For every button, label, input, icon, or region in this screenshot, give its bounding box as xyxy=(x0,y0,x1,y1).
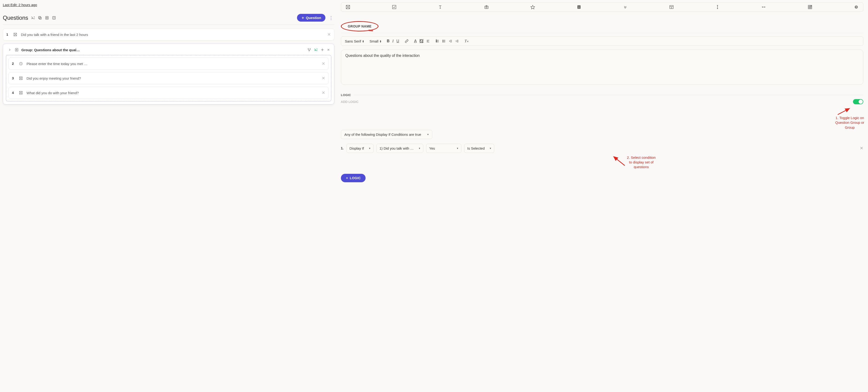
branch-icon[interactable] xyxy=(307,48,311,52)
condition-type-select[interactable]: Display If ▾ xyxy=(346,144,374,153)
more-menu-icon[interactable]: ⋮ xyxy=(328,15,334,21)
svg-point-70 xyxy=(442,41,443,41)
condition-value-value: Yes xyxy=(429,146,435,150)
close-icon[interactable]: ✕ xyxy=(860,146,863,151)
condition-mode-select[interactable]: Any of the following Display If Conditio… xyxy=(341,130,432,139)
question-text: Did you talk with a friend in the last 2… xyxy=(21,33,324,37)
chevron-right-icon[interactable] xyxy=(7,48,12,52)
caret-down-icon: ▾ xyxy=(490,147,491,150)
close-icon[interactable]: ✕ xyxy=(327,48,330,52)
italic-icon[interactable]: I xyxy=(392,39,394,43)
checkbox-type-icon xyxy=(13,32,18,37)
sort-icon: ▴▾ xyxy=(363,40,364,42)
font-size-value: Small xyxy=(370,39,378,43)
link-icon[interactable] xyxy=(405,39,408,43)
caret-down-icon: ▾ xyxy=(369,147,371,150)
condition-value-select[interactable]: Yes ▾ xyxy=(426,144,461,153)
svg-rect-32 xyxy=(392,5,396,9)
svg-point-71 xyxy=(442,42,443,42)
svg-point-19 xyxy=(309,50,309,51)
plus-icon[interactable] xyxy=(320,48,324,52)
caret-down-icon: ▾ xyxy=(427,133,429,136)
last-edit-link[interactable]: Last Edit: 2 hours ago xyxy=(3,3,37,7)
text-type-icon[interactable] xyxy=(438,4,443,10)
close-icon[interactable]: ✕ xyxy=(327,32,331,37)
add-question-label: Question xyxy=(306,16,321,20)
ordered-list-icon[interactable]: 123 xyxy=(436,39,439,43)
svg-point-17 xyxy=(308,49,309,49)
question-number: 4 xyxy=(12,91,15,95)
svg-line-78 xyxy=(838,109,849,115)
list-icon[interactable] xyxy=(44,16,49,20)
connector-icon[interactable] xyxy=(761,4,766,10)
question-item[interactable]: 3 Did you enjoy meeting your friend? ✕ xyxy=(8,72,329,84)
camera-icon[interactable] xyxy=(484,4,489,10)
star-icon[interactable] xyxy=(530,4,535,10)
question-text: Did you enjoy meeting your friend? xyxy=(27,76,318,80)
arrow-icon xyxy=(835,108,852,116)
question-text: What did you do with your friend? xyxy=(27,91,318,95)
slider-vertical-icon[interactable] xyxy=(715,4,720,10)
help-icon[interactable] xyxy=(52,16,56,20)
layout-icon[interactable] xyxy=(669,4,674,10)
outdent-icon[interactable] xyxy=(449,39,453,43)
logic-toggle[interactable] xyxy=(853,99,863,104)
svg-point-18 xyxy=(310,49,310,49)
logic-section-label: LOGIC xyxy=(341,93,351,97)
copy-icon[interactable] xyxy=(37,16,42,20)
condition-question-select[interactable]: 1) Did you talk with … ▾ xyxy=(376,144,423,153)
font-family-value: Sans Serif xyxy=(345,39,361,43)
question-number: 3 xyxy=(12,76,15,80)
group-title: Group: Questions about the qual… xyxy=(21,48,305,52)
font-size-select[interactable]: Small ▴▾ xyxy=(370,39,381,43)
bullet-list-icon[interactable] xyxy=(442,39,446,43)
chevrons-down-icon[interactable] xyxy=(623,4,628,10)
font-family-select[interactable]: Sans Serif ▴▾ xyxy=(345,39,364,43)
svg-point-37 xyxy=(486,7,487,8)
condition-type-value: Display If xyxy=(350,146,364,150)
annotation-1: 1. Toggle Logic on Question Group or Gro… xyxy=(835,108,864,130)
caret-down-icon: ▾ xyxy=(419,147,420,150)
condition-row: 1. Display If ▾ 1) Did you talk with … ▾… xyxy=(341,144,863,153)
group-description-input[interactable]: Questions about the quality of the inter… xyxy=(341,50,863,85)
shuffle-icon[interactable] xyxy=(314,48,318,52)
add-logic-button[interactable]: LOGIC xyxy=(341,174,366,182)
bold-icon[interactable]: B xyxy=(387,39,390,43)
underline-icon[interactable]: U xyxy=(396,39,399,43)
svg-rect-1 xyxy=(38,17,41,19)
group-description-text: Questions about the quality of the inter… xyxy=(345,54,420,58)
condition-mode-value: Any of the following Display If Conditio… xyxy=(344,132,421,137)
condition-operator-select[interactable]: Is Selected ▾ xyxy=(464,144,494,153)
svg-marker-38 xyxy=(531,5,535,9)
indent-icon[interactable] xyxy=(455,39,459,43)
arrow-icon xyxy=(612,155,626,167)
checkbox-check-icon[interactable] xyxy=(392,4,397,10)
question-item[interactable]: 1 Did you talk with a friend in the last… xyxy=(3,28,334,41)
grid-icon[interactable] xyxy=(807,4,813,10)
align-icon[interactable] xyxy=(426,39,430,43)
question-number: 1 xyxy=(6,33,10,36)
svg-rect-40 xyxy=(579,6,579,6)
group-inner: 2 Please enter the time today you met … … xyxy=(6,55,331,101)
clock-solid-icon[interactable] xyxy=(854,4,859,10)
close-icon[interactable]: ✕ xyxy=(322,90,325,95)
add-logic-button-label: LOGIC xyxy=(350,176,361,180)
question-item[interactable]: 4 What did you do with your friend? ✕ xyxy=(8,87,329,99)
question-type-toolbar xyxy=(341,2,863,12)
question-item[interactable]: 2 Please enter the time today you met … … xyxy=(8,58,329,70)
question-number: 2 xyxy=(12,62,15,65)
add-question-button[interactable]: Question xyxy=(297,14,326,22)
checkbox-type-icon xyxy=(19,90,23,95)
group-name-label: GROUP NAME xyxy=(348,24,371,28)
close-icon[interactable]: ✕ xyxy=(322,76,325,81)
question-group[interactable]: Group: Questions about the qual… ✕ xyxy=(3,43,334,104)
info-box-icon[interactable] xyxy=(577,4,582,10)
condition-number: 1. xyxy=(341,146,344,150)
close-icon[interactable]: ✕ xyxy=(322,61,325,66)
highlight-icon[interactable]: A xyxy=(420,39,423,43)
clear-format-icon[interactable]: T✕ xyxy=(465,39,469,43)
checkbox-x-icon[interactable] xyxy=(345,4,350,10)
clock-type-icon xyxy=(19,61,23,66)
shuffle-icon[interactable] xyxy=(31,16,35,20)
text-color-icon[interactable]: A xyxy=(414,39,417,43)
